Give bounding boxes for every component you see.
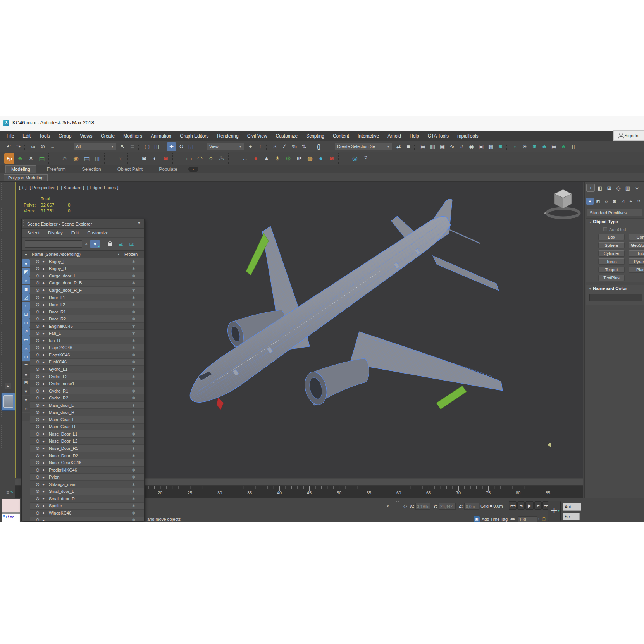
tab-utilities[interactable]: ∗ [633, 184, 641, 192]
percent-snap-icon[interactable]: % [290, 142, 299, 151]
visibility-eye-icon[interactable]: ⊙ [36, 474, 42, 480]
filter-icon[interactable]: ▼ [22, 396, 30, 404]
object-row[interactable]: ⊙ ● Gydro_R1 ∗ [30, 387, 144, 395]
set-key-button[interactable]: Se [563, 513, 580, 520]
schematic-view-icon[interactable]: # [457, 142, 466, 151]
x-coordinate-field[interactable] [415, 503, 430, 510]
help-icon[interactable]: ? [361, 153, 371, 164]
frozen-snowflake-icon[interactable]: ∗ [122, 467, 144, 473]
separator[interactable] [310, 143, 313, 150]
menu-item[interactable]: Modifiers [119, 131, 146, 141]
camera-icon[interactable]: ◙ [139, 153, 149, 164]
visibility-eye-icon[interactable]: ⊙ [36, 510, 42, 516]
visibility-eye-icon[interactable]: ⊙ [36, 374, 42, 379]
tools-icon[interactable]: × [26, 153, 36, 164]
frozen-snowflake-icon[interactable]: ∗ [122, 352, 144, 358]
object-row[interactable]: ⊙ ● Pylon ∗ [30, 474, 144, 481]
primitive-button[interactable]: Cone [629, 234, 644, 240]
sun-icon[interactable]: ☀ [520, 142, 529, 151]
object-row[interactable]: ⊙ ● WingsKC46 ∗ [30, 510, 144, 517]
ribbon-tab[interactable]: Populate [153, 166, 183, 173]
menu-item[interactable]: Edit [18, 131, 35, 141]
frozen-snowflake-icon[interactable]: ∗ [122, 446, 144, 451]
key-mode-clock-icon[interactable]: ◷ [542, 516, 546, 522]
unlink-selection-icon[interactable]: ⊘ [38, 142, 47, 151]
toggle-ribbon-icon[interactable]: ▦ [438, 142, 447, 151]
visibility-eye-icon[interactable]: ⊙ [36, 266, 42, 271]
object-row[interactable]: ⊙ ● Nose_GearKC46 ∗ [30, 459, 144, 467]
filter-icon[interactable] [22, 413, 30, 421]
explorer-menu-item[interactable]: Customize [88, 231, 108, 235]
menu-item[interactable]: Graph Editors [176, 131, 213, 141]
toolbar-icon[interactable] [196, 142, 205, 151]
sign-in-button[interactable]: Sign In [613, 130, 644, 141]
red-sphere-icon[interactable]: ● [251, 153, 261, 164]
object-row[interactable]: ⊙ ● Gydro_L2 ∗ [30, 373, 144, 381]
undo-icon[interactable]: ↶ [4, 142, 13, 151]
object-row[interactable]: ⊙ ● Shtanga_main ∗ [30, 481, 144, 488]
object-row[interactable]: ⊙ ● Fan_L ∗ [30, 330, 144, 337]
display-shapes-icon[interactable]: ◩ [22, 268, 30, 276]
select-and-manipulate-icon[interactable]: ↑ [256, 142, 265, 151]
wire-teapot-icon[interactable]: ♨ [217, 153, 227, 164]
separator[interactable] [338, 153, 348, 164]
display-groups-icon[interactable]: ⊡ [22, 310, 30, 319]
frozen-snowflake-icon[interactable]: ∗ [122, 410, 144, 415]
frozen-snowflake-icon[interactable]: ∗ [122, 496, 144, 501]
plate-icon[interactable]: ▭ [184, 153, 194, 164]
next-frame-button[interactable]: |▶ [534, 501, 542, 510]
create-selection-set-dropdown[interactable]: Create Selection Se ▼ [335, 143, 392, 150]
display-space-warps-icon[interactable]: ≈ [22, 302, 30, 310]
select-and-link-icon[interactable]: ∞ [29, 142, 38, 151]
viewport-label-segment[interactable]: [ Perspective ] [30, 185, 58, 190]
object-row[interactable]: ⊙ ● Main_door_R ∗ [30, 409, 144, 416]
primitive-button[interactable]: Plane [629, 267, 644, 273]
ribbon-tab[interactable]: Selection [76, 166, 106, 173]
display-helpers-icon[interactable]: ◿ [22, 293, 30, 301]
tab-hierarchy[interactable]: ⊞ [605, 184, 613, 192]
viewport-label-segment[interactable]: [ Standard ] [61, 185, 84, 190]
object-row[interactable]: ⊙ ● Bogey_L ∗ [30, 258, 144, 265]
display-hidden-icon[interactable]: ⊙ [22, 353, 30, 361]
visibility-eye-icon[interactable]: ⊙ [36, 352, 42, 358]
select-by-name-icon[interactable]: ≣ [128, 142, 137, 151]
visibility-eye-icon[interactable]: ⊙ [36, 309, 42, 315]
frozen-snowflake-icon[interactable]: ∗ [122, 266, 144, 271]
toolbar-icon[interactable] [63, 142, 72, 151]
display-geometry-icon[interactable]: ● [22, 259, 30, 267]
primitive-button[interactable]: Tube [629, 250, 644, 257]
primitive-button[interactable]: Cylinder [598, 250, 625, 257]
set-keys-button[interactable]: + [548, 501, 561, 521]
object-row[interactable]: ⊙ ● Door_L1 ∗ [30, 294, 144, 301]
play-button[interactable]: ▶ [525, 501, 534, 510]
frozen-snowflake-icon[interactable]: ∗ [122, 316, 144, 322]
ribbon-tab[interactable]: Modeling [5, 165, 36, 173]
select-and-move-icon[interactable]: + [167, 142, 176, 151]
visibility-eye-icon[interactable]: ⊙ [36, 467, 42, 473]
object-row[interactable]: ⊙ ● Cargo_door_R_B ∗ [30, 280, 144, 287]
object-row[interactable]: ⊙ ● Nose_Door_R2 ∗ [30, 452, 144, 460]
frozen-snowflake-icon[interactable]: ∗ [122, 259, 144, 264]
primitive-category-dropdown[interactable]: Standard Primitives [587, 209, 642, 216]
explorer-menu-item[interactable]: Display [48, 231, 63, 235]
maxscript-mini-listener-macro[interactable] [2, 499, 20, 513]
object-row[interactable]: ⊙ ● FlapsKC46 ∗ [30, 351, 144, 359]
category-space-warps-icon[interactable]: ≈ [627, 198, 634, 205]
head-icon[interactable]: ◐ [150, 153, 160, 164]
autogrid-checkbox[interactable] [603, 227, 607, 231]
visibility-eye-icon[interactable]: ⊙ [36, 295, 42, 300]
frozen-snowflake-icon[interactable]: ∗ [122, 503, 144, 508]
object-name-field[interactable] [589, 294, 642, 301]
shell-icon[interactable]: ◍ [305, 153, 315, 164]
filter-funnel-icon[interactable]: ▼ [90, 240, 100, 248]
separator[interactable] [163, 143, 165, 150]
toolbar-icon[interactable] [579, 142, 587, 151]
category-lights-icon[interactable]: ☼ [603, 198, 610, 205]
angle-snap-icon[interactable]: ∠ [280, 142, 289, 151]
object-row[interactable]: ⊙ ● Main_Gear_L ∗ [30, 416, 144, 424]
category-shapes-icon[interactable]: ◩ [594, 198, 602, 205]
ribbon-tab[interactable]: Object Paint [112, 166, 148, 173]
visibility-eye-icon[interactable]: ⊙ [36, 316, 42, 322]
object-row[interactable]: ⊙ ● EngineKC46 ∗ [30, 323, 144, 330]
object-row[interactable]: ⊙ ● Gydro_nose1 ∗ [30, 380, 144, 387]
